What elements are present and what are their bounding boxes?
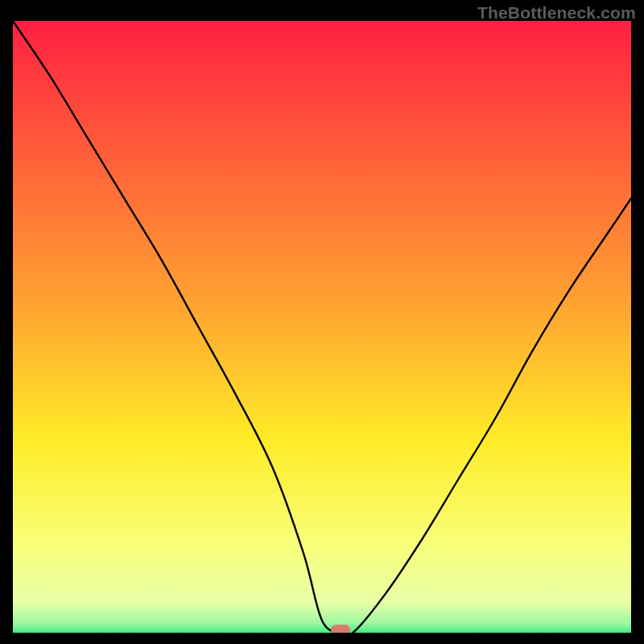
bottleneck-marker xyxy=(331,625,350,633)
plot-area xyxy=(13,21,631,633)
chart-stage: TheBottleneck.com xyxy=(0,0,644,644)
bottleneck-curve-path xyxy=(13,21,631,633)
curve-layer xyxy=(13,21,631,633)
watermark-text: TheBottleneck.com xyxy=(477,3,636,23)
